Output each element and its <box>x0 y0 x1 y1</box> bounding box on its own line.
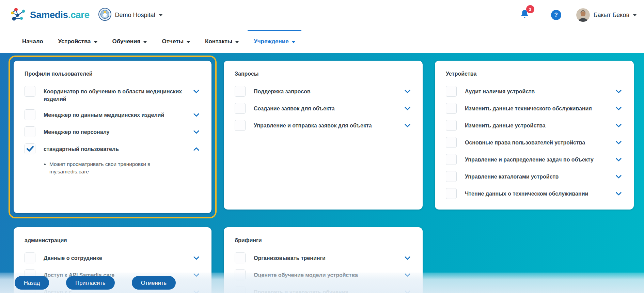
checkbox[interactable] <box>446 103 457 114</box>
permission-row: Менеджер по персоналу <box>25 126 201 137</box>
app-header: Samedis.care Demo Hospital 3 <box>0 0 644 30</box>
permission-label: Менеджер по персоналу <box>44 126 184 136</box>
checkbox[interactable] <box>235 252 246 263</box>
header-actions: 3 ? Бакыт Беков <box>520 8 637 22</box>
permission-row: Координатор по обучению в области медици… <box>25 86 201 103</box>
checkbox[interactable] <box>446 154 457 165</box>
notification-badge: 3 <box>526 5 534 13</box>
nav-item-home[interactable]: Начало <box>15 30 51 53</box>
card-user-profiles: Профили пользователейКоординатор по обуч… <box>14 61 211 213</box>
chevron-down-icon[interactable] <box>192 126 201 137</box>
checkbox[interactable] <box>25 109 35 120</box>
cancel-button[interactable]: Отменить <box>132 276 176 290</box>
back-button[interactable]: Назад <box>15 276 49 290</box>
checkbox[interactable] <box>25 252 35 263</box>
card-title: брифинги <box>235 237 412 244</box>
checkbox[interactable] <box>235 86 246 97</box>
brand-logo[interactable]: Samedis.care <box>10 7 90 23</box>
permission-label: Координатор по обучению в области медици… <box>44 86 184 103</box>
caret-down-icon <box>187 41 190 43</box>
avatar <box>576 8 590 22</box>
checkbox[interactable] <box>446 137 457 148</box>
checkbox[interactable] <box>235 120 246 131</box>
chevron-down-icon[interactable] <box>615 188 623 199</box>
org-emblem-icon <box>98 8 111 22</box>
checkbox[interactable] <box>446 188 457 199</box>
checkbox-checked[interactable] <box>25 143 35 154</box>
nav-item-trainings[interactable]: Обучения <box>105 30 155 53</box>
checkbox[interactable] <box>25 86 35 97</box>
nav-item-label: Учреждение <box>254 38 289 45</box>
checkbox[interactable] <box>235 103 246 114</box>
permission-label: стандартный пользователь <box>44 143 184 153</box>
main-nav: НачалоУстройстваОбученияОтчетыКонтактыУч… <box>0 30 644 53</box>
chevron-down-icon[interactable] <box>615 103 623 114</box>
card-devices: УстройстваАудит наличия устройствИзменит… <box>435 61 634 210</box>
permission-row: Поддержка запросов <box>235 86 412 97</box>
nav-item-label: Отчеты <box>162 38 184 45</box>
help-button[interactable]: ? <box>551 10 561 20</box>
nav-item-contacts[interactable]: Контакты <box>198 30 246 53</box>
card-requests: ЗапросыПоддержка запросовСоздание заявок… <box>224 61 423 210</box>
permission-label: Основные права пользователей устройства <box>465 137 607 146</box>
permission-row: Аудит наличия устройств <box>446 86 623 97</box>
brand-wordmark: Samedis.care <box>30 10 90 20</box>
checkbox[interactable] <box>446 86 457 97</box>
chevron-down-icon[interactable] <box>192 109 201 120</box>
nav-item-institution[interactable]: Учреждение <box>246 30 303 53</box>
chevron-down-icon[interactable] <box>404 103 412 114</box>
nav-item-label: Обучения <box>112 38 141 45</box>
nav-item-reports[interactable]: Отчеты <box>154 30 198 53</box>
permission-label: Чтение данных о техническом обслуживании <box>465 188 607 198</box>
org-name: Demo Hospital <box>115 12 155 19</box>
invite-button[interactable]: Пригласить <box>66 276 114 290</box>
highlight-ring: Профили пользователейКоординатор по обуч… <box>9 56 217 218</box>
user-menu[interactable]: Бакыт Беков <box>576 8 637 22</box>
permission-rows: Поддержка запросовСоздание заявок для об… <box>235 86 412 131</box>
permission-row: Организовывать тренинги <box>235 252 412 263</box>
chevron-down-icon[interactable] <box>615 137 623 148</box>
permission-label: Управление и отправка заявок для объекта <box>254 120 395 129</box>
nav-item-label: Контакты <box>205 38 232 45</box>
chevron-down-icon[interactable] <box>615 120 623 131</box>
chevron-down-icon[interactable] <box>615 86 623 97</box>
chevron-down-icon[interactable] <box>192 86 201 97</box>
chevron-down-icon[interactable] <box>404 252 412 263</box>
chevron-down-icon <box>159 14 162 16</box>
permission-label: Изменить данные технического обслуживани… <box>465 103 607 112</box>
page: Samedis.care Demo Hospital 3 <box>0 0 644 293</box>
card-title: Устройства <box>446 71 623 77</box>
card-title: Профили пользователей <box>25 71 201 77</box>
permission-label: Организовывать тренинги <box>254 252 395 262</box>
chevron-down-icon[interactable] <box>615 171 623 182</box>
caret-down-icon <box>94 41 97 43</box>
card-title: администрация <box>25 237 201 244</box>
nav-item-devices[interactable]: Устройства <box>51 30 105 53</box>
notifications-button[interactable]: 3 <box>520 9 529 21</box>
permission-details: Может просматривать свои тренировки в my… <box>44 160 163 176</box>
org-selector[interactable]: Demo Hospital <box>98 8 162 22</box>
chevron-down-icon[interactable] <box>404 120 412 131</box>
brand-network-icon <box>10 7 26 23</box>
permission-row: Данные о сотруднике <box>25 252 201 263</box>
permission-label: Данные о сотруднике <box>44 252 184 262</box>
permission-row: Чтение данных о техническом обслуживании <box>446 188 623 199</box>
content-area: Профили пользователейКоординатор по обуч… <box>0 53 644 293</box>
permission-row: Создание заявок для объекта <box>235 103 412 114</box>
checkbox[interactable] <box>25 126 35 137</box>
permission-row: Изменить данные устройства <box>446 120 623 131</box>
chevron-up-icon[interactable] <box>192 143 201 154</box>
user-name: Бакыт Беков <box>594 12 629 19</box>
permission-row: Основные права пользователей устройства <box>446 137 623 148</box>
permission-row: Управление и отправка заявок для объекта <box>235 120 412 131</box>
chevron-down-icon <box>633 14 637 16</box>
chevron-down-icon[interactable] <box>404 86 412 97</box>
checkbox[interactable] <box>446 171 457 182</box>
chevron-down-icon[interactable] <box>615 154 623 165</box>
permission-label: Изменить данные устройства <box>465 120 607 129</box>
checkbox[interactable] <box>446 120 457 131</box>
permission-rows: Координатор по обучению в области медици… <box>25 86 201 176</box>
permission-label: Создание заявок для объекта <box>254 103 395 112</box>
permission-label: Управление каталогами устройств <box>465 171 607 181</box>
chevron-down-icon[interactable] <box>192 252 201 263</box>
